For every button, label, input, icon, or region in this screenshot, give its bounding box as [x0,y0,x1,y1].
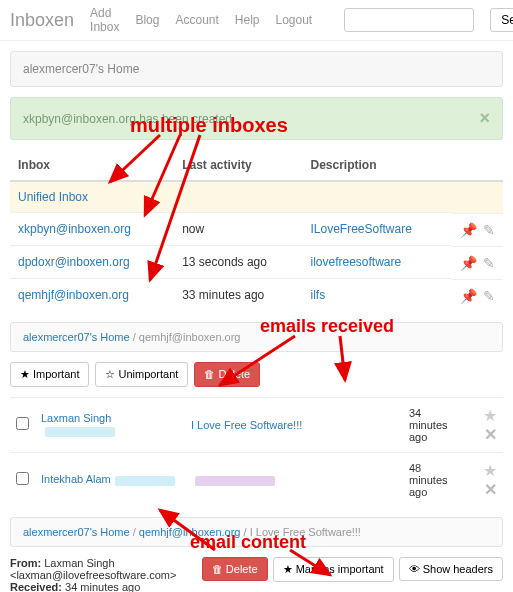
star-icon[interactable]: ★ [483,462,497,479]
nav-help[interactable]: Help [235,13,260,27]
desc-link[interactable]: ILoveFreeSoftware [310,222,411,236]
table-row: dpdoxr@inboxen.org 13 seconds ago ilovef… [10,246,503,279]
edit-icon[interactable]: ✎ [483,255,495,271]
email-checkbox[interactable] [16,417,29,430]
email-toolbar: ★ Important ☆ Unimportant 🗑 Delete [10,362,503,387]
email-list: Laxman Singh I Love Free Software!!! 34 … [10,397,503,507]
pin-icon[interactable]: 📌 [460,255,477,271]
pin-icon[interactable]: 📌 [460,222,477,238]
nav-blog[interactable]: Blog [135,13,159,27]
email-time: 48 minutes ago [403,452,463,507]
nav-add-inbox[interactable]: Add Inbox [90,6,119,34]
page-title: alexmercer07's Home [10,51,503,87]
desc-link[interactable]: ilovefreesoftware [310,255,401,269]
crumb-home[interactable]: alexmercer07's Home [23,526,130,538]
unified-inbox-link[interactable]: Unified Inbox [18,190,88,204]
pin-icon[interactable]: 📌 [460,288,477,304]
crumb-subject: I Love Free Software!!! [250,526,361,538]
activity-cell: 13 seconds ago [174,246,302,279]
table-row: qemhjf@inboxen.org 33 minutes ago ilfs 📌… [10,279,503,312]
delete-icon[interactable]: ✕ [484,426,497,443]
show-headers-button[interactable]: 👁 Show headers [399,557,503,581]
top-nav: Inboxen Add Inbox Blog Account Help Logo… [0,0,513,41]
search-button[interactable]: Search [490,8,513,32]
breadcrumb: alexmercer07's Home / qemhjf@inboxen.org… [10,517,503,547]
edit-icon[interactable]: ✎ [483,288,495,304]
table-row: xkpbyn@inboxen.org now ILoveFreeSoftware… [10,213,503,246]
search-input[interactable] [344,8,474,32]
msg-received: 34 minutes ago [65,581,140,593]
th-activity: Last activity [174,150,302,181]
th-desc: Description [302,150,452,181]
email-from[interactable]: Laxman Singh [41,412,111,424]
star-icon[interactable]: ★ [483,407,497,424]
mark-important-button[interactable]: ★ Mark as important [273,557,394,582]
nav-logout[interactable]: Logout [276,13,313,27]
unimportant-button[interactable]: ☆ Unimportant [95,362,188,387]
email-from[interactable]: Intekhab Alam [41,473,111,485]
email-time: 34 minutes ago [403,397,463,452]
crumb-home[interactable]: alexmercer07's Home [23,331,130,343]
edit-icon[interactable]: ✎ [483,222,495,238]
message-header: From: Laxman Singh <laxman@ilovefreesoft… [10,557,503,593]
list-item: Intekhab Alam 48 minutes ago ★ ✕ [10,452,503,507]
breadcrumb: alexmercer07's Home / qemhjf@inboxen.org [10,322,503,352]
email-subject[interactable]: I Love Free Software!!! [191,419,302,431]
delete-button[interactable]: 🗑 Delete [202,557,268,581]
crumb-inbox[interactable]: qemhjf@inboxen.org [139,526,241,538]
list-item: Laxman Singh I Love Free Software!!! 34 … [10,397,503,452]
close-icon[interactable]: × [479,108,490,129]
delete-icon[interactable]: ✕ [484,481,497,498]
delete-button[interactable]: 🗑 Delete [194,362,260,387]
desc-link[interactable]: ilfs [310,288,325,302]
alert-success: xkpbyn@inboxen.org has been created. × [10,97,503,140]
inbox-link[interactable]: qemhjf@inboxen.org [18,288,129,302]
brand: Inboxen [10,10,74,31]
activity-cell: 33 minutes ago [174,279,302,312]
inbox-link[interactable]: xkpbyn@inboxen.org [18,222,131,236]
important-button[interactable]: ★ Important [10,362,89,387]
inbox-table: Inbox Last activity Description Unified … [10,150,503,312]
th-inbox: Inbox [10,150,174,181]
activity-cell: now [174,213,302,246]
nav-account[interactable]: Account [175,13,218,27]
email-checkbox[interactable] [16,472,29,485]
inbox-link[interactable]: dpdoxr@inboxen.org [18,255,130,269]
crumb-inbox: qemhjf@inboxen.org [139,331,241,343]
alert-text: xkpbyn@inboxen.org has been created. [23,112,235,126]
